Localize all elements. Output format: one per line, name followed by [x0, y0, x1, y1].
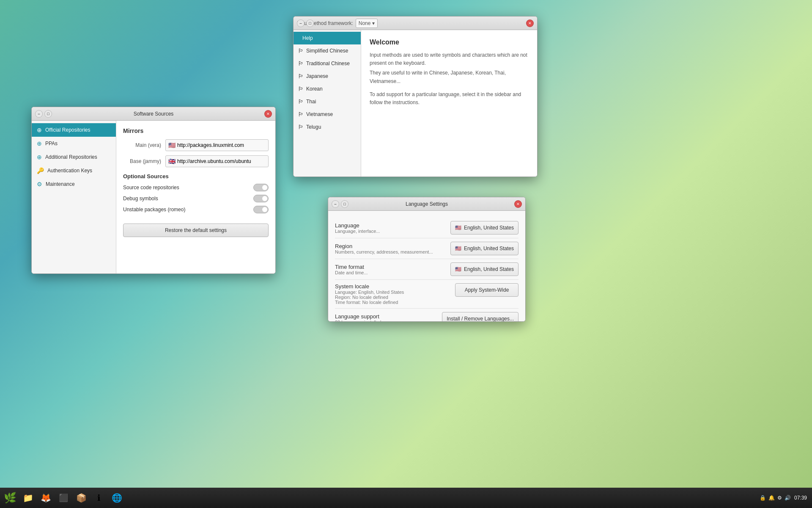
region-row: Region Numbers, currency, addresses, mea…: [335, 238, 518, 259]
welcome-title: Welcome: [370, 39, 529, 46]
im-sidebar-korean[interactable]: 🏳 Korean: [294, 83, 361, 95]
systray: 🔒 🔔 ⚙ 🔊: [760, 495, 791, 501]
software-sources-content: Mirrors Main (vera) 🇺🇸 http://packages.l…: [116, 121, 275, 273]
traditional-chinese-flag-icon: 🏳: [298, 60, 304, 67]
window-controls-right: ✕: [264, 110, 272, 118]
source-code-toggle[interactable]: [253, 184, 269, 191]
main-mirror-input[interactable]: 🇺🇸 http://packages.linuxmint.com: [165, 139, 269, 151]
thai-flag-icon: 🏳: [298, 98, 304, 105]
im-sidebar-traditional-chinese[interactable]: 🏳 Traditional Chinese: [294, 57, 361, 70]
im-sidebar-vietnamese[interactable]: 🏳 Vietnamese: [294, 108, 361, 121]
sidebar-item-official[interactable]: ⊕ Official Repositories: [32, 123, 116, 137]
optional-sources-title: Optional Sources: [123, 173, 269, 179]
main-mirror-label: Main (vera): [123, 142, 161, 148]
im-controls-right: ✕: [526, 19, 534, 27]
taskbar-left: 🌿 📁 🦊 ⬛ 📦 ℹ 🌐: [0, 489, 125, 506]
im-sidebar-thai[interactable]: 🏳 Thai: [294, 95, 361, 108]
sidebar-item-auth-keys[interactable]: 🔑 Authentication Keys: [32, 164, 116, 177]
firefox-icon: 🦊: [41, 493, 51, 503]
ls-maximize-button[interactable]: □: [341, 200, 348, 208]
language-settings-title: Language Settings: [332, 201, 522, 207]
time-format-button[interactable]: 🇺🇸 English, United States: [450, 262, 518, 276]
language-support-row: Language support 23 languages installed …: [335, 309, 518, 321]
software-sources-window: – □ Software Sources ✕ ⊕ Official Reposi…: [31, 107, 276, 274]
unstable-toggle[interactable]: [253, 206, 269, 213]
synaptic-icon: 📦: [76, 493, 87, 503]
region-sublabel: Numbers, currency, addresses, measuremen…: [335, 249, 433, 254]
official-icon: ⊕: [37, 127, 42, 133]
web-icon: 🌐: [112, 493, 122, 503]
taskbar-files-icon[interactable]: 📁: [19, 489, 36, 506]
clock: 07:39: [794, 495, 807, 501]
korean-flag-icon: 🏳: [298, 86, 304, 92]
im-minimize-button[interactable]: –: [297, 19, 304, 27]
language-support-sublabel: 23 languages installed: [335, 320, 381, 322]
main-mirror-row: Main (vera) 🇺🇸 http://packages.linuxmint…: [123, 139, 269, 151]
im-sidebar-japanese[interactable]: 🏳 Japanese: [294, 70, 361, 83]
taskbar-info-icon[interactable]: ℹ: [91, 489, 107, 506]
ls-minimize-button[interactable]: –: [332, 200, 339, 208]
uk-flag-base: 🇬🇧: [168, 158, 176, 165]
region-label-group: Region Numbers, currency, addresses, mea…: [335, 243, 433, 254]
ls-close-button[interactable]: ✕: [514, 200, 522, 208]
base-mirror-row: Base (jammy) 🇬🇧 http://archive.ubuntu.co…: [123, 155, 269, 167]
base-mirror-input[interactable]: 🇬🇧 http://archive.ubuntu.com/ubuntu: [165, 155, 269, 167]
im-close-button[interactable]: ✕: [526, 19, 534, 27]
language-flag-icon: 🇺🇸: [455, 225, 461, 231]
language-button[interactable]: 🇺🇸 English, United States: [450, 221, 518, 235]
taskbar-web-icon[interactable]: 🌐: [108, 489, 125, 506]
source-code-toggle-row: Source code repositories: [123, 184, 269, 191]
taskbar-firefox-icon[interactable]: 🦊: [37, 489, 54, 506]
language-support-label-group: Language support 23 languages installed: [335, 313, 381, 322]
taskbar-menu-icon[interactable]: 🌿: [2, 489, 19, 506]
settings-icon: ⚙: [777, 495, 782, 501]
minimize-button[interactable]: –: [35, 110, 43, 118]
language-settings-titlebar: – □ Language Settings ✕: [328, 197, 525, 211]
sidebar-item-ppas[interactable]: ⊕ PPAs: [32, 137, 116, 150]
region-flag-icon: 🇺🇸: [455, 246, 461, 251]
im-sidebar-simplified-chinese[interactable]: 🏳 Simplified Chinese: [294, 44, 361, 57]
vietnamese-flag-icon: 🏳: [298, 111, 304, 118]
taskbar-synaptic-icon[interactable]: 📦: [73, 489, 90, 506]
help-icon: ℹ: [298, 35, 300, 41]
restore-defaults-button[interactable]: Restore the default settings: [123, 224, 269, 237]
us-flag-main: 🇺🇸: [168, 142, 176, 149]
time-format-flag-icon: 🇺🇸: [455, 266, 461, 272]
welcome-text-3: To add support for a particular language…: [370, 91, 529, 107]
mirrors-title: Mirrors: [123, 127, 269, 134]
framework-dropdown[interactable]: None ▾: [356, 19, 378, 28]
japanese-flag-icon: 🏳: [298, 73, 304, 80]
time-format-label: Time format: [335, 264, 368, 270]
debug-symbols-toggle[interactable]: [253, 195, 269, 202]
additional-icon: ⊕: [37, 154, 42, 160]
system-locale-label: System locale: [335, 283, 404, 290]
software-sources-body: ⊕ Official Repositories ⊕ PPAs ⊕ Additio…: [32, 121, 275, 273]
im-maximize-button[interactable]: □: [306, 19, 314, 27]
region-button[interactable]: 🇺🇸 English, United States: [450, 242, 518, 255]
language-sublabel: Language, interface...: [335, 229, 380, 234]
input-method-content: Welcome Input methods are used to write …: [361, 30, 537, 177]
input-method-sidebar: ℹ Help 🏳 Simplified Chinese 🏳 Traditiona…: [294, 30, 361, 177]
volume-icon: 🔊: [785, 495, 791, 501]
sidebar-item-additional[interactable]: ⊕ Additional Repositories: [32, 150, 116, 164]
taskbar-terminal-icon[interactable]: ⬛: [55, 489, 72, 506]
apply-system-wide-button[interactable]: Apply System-Wide: [455, 283, 518, 297]
taskbar: 🌿 📁 🦊 ⬛ 📦 ℹ 🌐 🔒 🔔 ⚙ 🔊 07:39: [0, 488, 812, 508]
close-button[interactable]: ✕: [264, 110, 272, 118]
install-remove-languages-button[interactable]: Install / Remove Languages...: [442, 312, 518, 321]
region-label: Region: [335, 243, 433, 249]
base-mirror-label: Base (jammy): [123, 158, 161, 164]
ls-controls-left: – □: [332, 200, 348, 208]
unstable-toggle-row: Unstable packages (romeo): [123, 206, 269, 213]
sidebar-item-maintenance[interactable]: ⚙ Maintenance: [32, 177, 116, 191]
system-locale-time: Time format: No locale defined: [335, 300, 404, 305]
im-sidebar-telugu[interactable]: 🏳 Telugu: [294, 121, 361, 133]
language-settings-body: Language Language, interface... 🇺🇸 Engli…: [328, 211, 525, 321]
language-label-group: Language Language, interface...: [335, 222, 380, 234]
language-settings-window: – □ Language Settings ✕ Language Languag…: [328, 197, 526, 322]
maintenance-icon: ⚙: [37, 181, 42, 188]
maximize-button[interactable]: □: [44, 110, 52, 118]
im-sidebar-help[interactable]: ℹ Help: [294, 32, 361, 44]
system-locale-lang: Language: English, United States: [335, 290, 404, 295]
auth-keys-icon: 🔑: [37, 167, 44, 174]
